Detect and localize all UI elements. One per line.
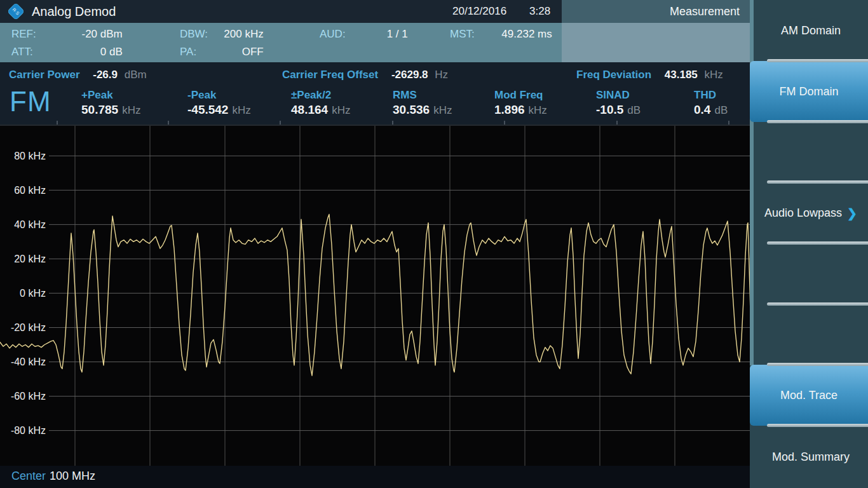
svg-text:20 kHz: 20 kHz <box>14 254 46 264</box>
metric-sinad-label: SINAD <box>596 89 641 102</box>
setting-aud-value: 1 / 1 <box>360 26 408 43</box>
freq-deviation-value: 43.185 <box>665 69 698 81</box>
metric-minus-peak: -Peak -45.542kHz <box>187 89 251 119</box>
setting-ref-label: REF: <box>11 26 51 43</box>
fm-trace-chart: 80 kHz60 kHz40 kHz20 kHz0 kHz-20 kHz-40 … <box>0 125 750 466</box>
softkey-separator <box>767 59 868 62</box>
softkey-fm-domain[interactable]: FM Domain <box>750 61 868 122</box>
setting-dbw-label: DBW: <box>180 26 215 43</box>
softkey-audio-lowpass-label: Audio Lowpass <box>764 207 842 220</box>
softkey-separator <box>767 180 868 184</box>
svg-text:-20 kHz: -20 kHz <box>11 322 46 333</box>
setting-mst-label: MST: <box>450 26 480 43</box>
metric-minus-peak-value: -45.542kHz <box>187 102 251 119</box>
svg-text:-80 kHz: -80 kHz <box>11 425 46 436</box>
results-bar: Carrier Power -26.9 dBm Carrier Freq Off… <box>0 62 750 125</box>
softkey-separator <box>767 120 868 123</box>
svg-text:60 kHz: 60 kHz <box>14 185 46 196</box>
setting-att-value: 0 dB <box>54 44 123 60</box>
softkey-menu-title: Measurement <box>562 0 750 23</box>
softkey-am-domain-label: AM Domain <box>781 24 841 37</box>
center-frequency-label[interactable]: Center <box>11 466 46 488</box>
metric-pm-peak-half: ±Peak/2 48.164kHz <box>291 89 350 119</box>
carrier-power-readout: Carrier Power -26.9 dBm <box>9 68 147 82</box>
softkey-audio-lowpass[interactable]: Audio Lowpass ❯ <box>754 182 868 243</box>
softkey-separator <box>767 424 868 427</box>
setting-dbw[interactable]: DBW: 200 kHz <box>180 26 264 43</box>
carrier-power-unit: dBm <box>125 69 147 81</box>
setting-mst[interactable]: MST: 49.232 ms <box>450 26 552 43</box>
footer-bar: Center 100 MHz <box>0 466 750 488</box>
softkey-mod-trace-label: Mod. Trace <box>780 389 837 402</box>
metric-thd-value: 0.4dB <box>694 102 728 119</box>
freq-deviation-label: Freq Deviation <box>576 69 651 81</box>
settings-bar-spacer <box>562 23 750 62</box>
freq-deviation-readout: Freq Deviation 43.185 kHz <box>576 68 723 82</box>
carrier-freq-offset-readout: Carrier Freq Offset -2629.8 Hz <box>282 68 448 82</box>
svg-text:40 kHz: 40 kHz <box>14 219 46 230</box>
metric-rms-label: RMS <box>393 89 452 102</box>
setting-pa-value: OFF <box>218 44 264 60</box>
svg-text:80 kHz: 80 kHz <box>14 151 46 161</box>
setting-aud-label: AUD: <box>320 26 356 43</box>
rohde-schwarz-logo-icon: R·S <box>6 4 25 19</box>
softkey-empty-1[interactable] <box>754 122 868 182</box>
carrier-freq-offset-label: Carrier Freq Offset <box>282 69 378 81</box>
metric-mod-freq-value: 1.896kHz <box>494 102 547 119</box>
metric-plus-peak: +Peak 50.785kHz <box>81 89 140 119</box>
carrier-freq-offset-value: -2629.8 <box>391 69 428 81</box>
metric-mod-freq-label: Mod Freq <box>494 89 547 102</box>
submenu-chevron-icon: ❯ <box>847 206 857 220</box>
carrier-freq-offset-unit: Hz <box>435 69 448 81</box>
center-frequency-value[interactable]: 100 MHz <box>50 466 95 488</box>
softkey-mod-trace[interactable]: Mod. Trace <box>750 365 868 426</box>
softkey-sidebar: AM Domain FM Domain Audio Lowpass ❯ Mod.… <box>750 0 868 488</box>
svg-text:0 kHz: 0 kHz <box>20 288 46 299</box>
softkey-mod-summary-label: Mod. Summary <box>772 451 850 464</box>
softkey-empty-2[interactable] <box>754 243 868 304</box>
softkey-empty-3[interactable] <box>754 304 868 365</box>
setting-mst-value: 49.232 ms <box>484 26 552 43</box>
metric-thd-label: THD <box>694 89 728 102</box>
title-bar: R·S Analog Demod 20/12/2016 3:28 <box>0 0 562 23</box>
fm-trace-plot: 80 kHz60 kHz40 kHz20 kHz0 kHz-20 kHz-40 … <box>0 126 750 466</box>
metric-pm-peak-half-label: ±Peak/2 <box>291 89 350 102</box>
metric-pm-peak-half-value: 48.164kHz <box>291 102 350 119</box>
svg-text:-60 kHz: -60 kHz <box>11 391 46 402</box>
metric-sinad-value: -10.5dB <box>596 102 641 119</box>
softkey-separator <box>767 241 868 245</box>
setting-aud[interactable]: AUD: 1 / 1 <box>320 26 408 43</box>
metric-plus-peak-value: 50.785kHz <box>81 102 140 119</box>
setting-ref-value: -20 dBm <box>54 26 123 43</box>
page-title: Analog Demod <box>32 0 116 23</box>
softkey-separator <box>767 363 868 366</box>
setting-att-label: ATT: <box>11 44 51 60</box>
carrier-power-label: Carrier Power <box>9 69 80 81</box>
setting-att[interactable]: ATT: 0 dB <box>11 44 123 60</box>
softkey-am-domain[interactable]: AM Domain <box>754 0 868 61</box>
metric-rms-value: 30.536kHz <box>393 102 452 119</box>
setting-ref[interactable]: REF: -20 dBm <box>11 26 123 43</box>
softkey-mod-summary[interactable]: Mod. Summary <box>754 426 868 488</box>
metric-rms: RMS 30.536kHz <box>393 89 452 119</box>
setting-dbw-value: 200 kHz <box>218 26 264 43</box>
metric-sinad: SINAD -10.5dB <box>596 89 641 119</box>
demod-mode-label: FM <box>10 85 51 118</box>
status-time: 3:28 <box>529 0 550 23</box>
freq-deviation-unit: kHz <box>705 69 723 81</box>
setting-pa-label: PA: <box>180 44 215 60</box>
settings-bar: REF: -20 dBm ATT: 0 dB DBW: 200 kHz PA: … <box>0 23 562 62</box>
metric-mod-freq: Mod Freq 1.896kHz <box>494 89 547 119</box>
metric-thd: THD 0.4dB <box>694 89 728 119</box>
softkey-fm-domain-label: FM Domain <box>779 85 838 98</box>
softkey-separator <box>767 302 868 306</box>
status-date: 20/12/2016 <box>452 0 506 23</box>
metric-minus-peak-label: -Peak <box>187 89 251 102</box>
setting-pa[interactable]: PA: OFF <box>180 44 264 60</box>
carrier-power-value: -26.9 <box>93 69 118 81</box>
svg-text:-40 kHz: -40 kHz <box>11 356 46 367</box>
metric-plus-peak-label: +Peak <box>81 89 140 102</box>
